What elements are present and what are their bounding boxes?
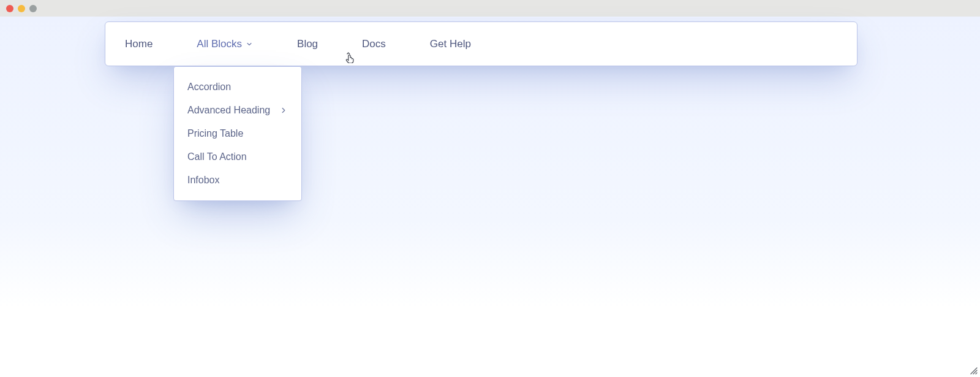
pointer-cursor-icon bbox=[344, 50, 355, 66]
resize-handle-icon[interactable] bbox=[969, 366, 978, 375]
nav-item-label: Get Help bbox=[430, 38, 471, 50]
chevron-right-icon bbox=[279, 106, 288, 115]
main-nav: Home All Blocks Blog Docs Get Help bbox=[105, 21, 858, 66]
dropdown-item-infobox[interactable]: Infobox bbox=[174, 169, 301, 192]
all-blocks-dropdown: Accordion Advanced Heading Pricing Table… bbox=[173, 66, 302, 201]
dropdown-item-call-to-action[interactable]: Call To Action bbox=[174, 145, 301, 169]
window-minimize-icon[interactable] bbox=[18, 5, 25, 12]
dropdown-item-advanced-heading[interactable]: Advanced Heading bbox=[174, 99, 301, 122]
dropdown-item-label: Advanced Heading bbox=[187, 105, 279, 116]
window-titlebar bbox=[0, 0, 980, 17]
nav-item-label: All Blocks bbox=[197, 38, 242, 50]
nav-item-home[interactable]: Home bbox=[125, 38, 153, 50]
nav-list: Home All Blocks Blog Docs Get Help bbox=[105, 38, 471, 50]
nav-item-get-help[interactable]: Get Help bbox=[430, 38, 471, 50]
chevron-down-icon bbox=[246, 40, 253, 48]
nav-item-docs[interactable]: Docs bbox=[362, 38, 386, 50]
dropdown-item-pricing-table[interactable]: Pricing Table bbox=[174, 122, 301, 145]
page-area: Home All Blocks Blog Docs Get Help bbox=[0, 17, 980, 308]
nav-item-all-blocks[interactable]: All Blocks bbox=[197, 38, 253, 50]
svg-line-2 bbox=[976, 373, 977, 374]
nav-item-blog[interactable]: Blog bbox=[297, 38, 318, 50]
dropdown-item-label: Call To Action bbox=[187, 151, 288, 162]
window-close-icon[interactable] bbox=[6, 5, 13, 12]
nav-item-label: Blog bbox=[297, 38, 318, 50]
window-zoom-icon[interactable] bbox=[29, 5, 37, 12]
nav-item-label: Docs bbox=[362, 38, 386, 50]
dropdown-item-label: Accordion bbox=[187, 82, 288, 93]
nav-item-label: Home bbox=[125, 38, 153, 50]
dropdown-item-label: Infobox bbox=[187, 175, 288, 186]
dropdown-item-label: Pricing Table bbox=[187, 128, 288, 139]
dropdown-item-accordion[interactable]: Accordion bbox=[174, 75, 301, 99]
